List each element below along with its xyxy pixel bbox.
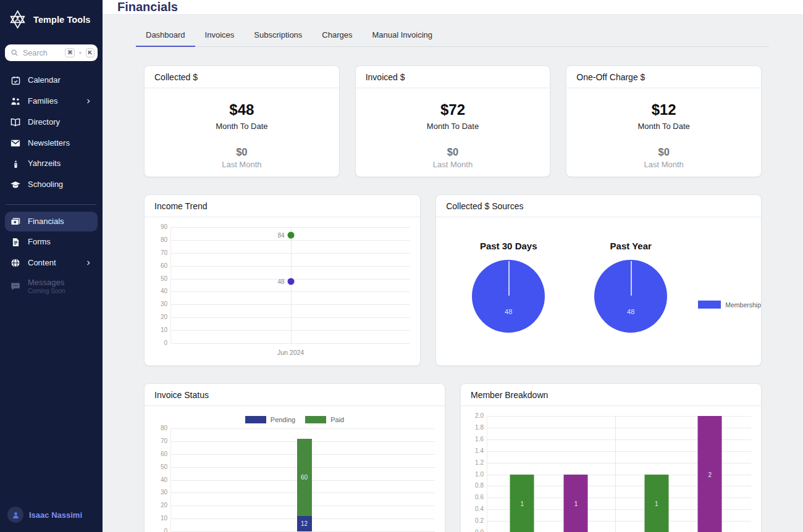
legend-swatch	[305, 416, 326, 423]
chart-title: Invoice Status	[145, 384, 445, 406]
income-trend-card: Income Trend 90807060504030201008448Jun …	[144, 194, 421, 366]
sidebar-item-label-wrap: Newsletters	[28, 139, 70, 148]
sidebar-item-families[interactable]: Families	[5, 91, 98, 111]
sidebar-item-label-wrap: MessagesComing Soon	[28, 278, 65, 294]
page-header: Financials	[103, 0, 803, 15]
chart-legend: PendingPaid	[154, 416, 435, 423]
y-axis-tick: 50	[151, 463, 167, 470]
bar: 1	[564, 475, 588, 532]
sidebar-item-label-wrap: Families	[28, 97, 57, 106]
pie-slice-value: 48	[627, 308, 634, 315]
y-axis-tick: 70	[151, 249, 167, 256]
sidebar-item-yahrzeits[interactable]: Yahrzeits	[5, 154, 98, 173]
sidebar-item-calendar[interactable]: Calendar	[5, 71, 98, 90]
tabs: DashboardInvoicesSubscriptionsChargesMan…	[136, 25, 769, 47]
bar-segment-pending: 12	[297, 516, 312, 531]
tab-charges[interactable]: Charges	[312, 25, 362, 47]
messages-icon	[10, 281, 21, 292]
bar-value-label: 1	[521, 500, 524, 507]
tab-manual-invoicing[interactable]: Manual Invoicing	[363, 25, 443, 47]
bar: 2	[698, 416, 722, 532]
y-axis-tick: 30	[151, 489, 167, 496]
stat-card-collected: Collected $$48Month To Date$0Last Month	[144, 65, 340, 177]
chart-title: Income Trend	[145, 195, 420, 217]
sidebar-item-content[interactable]: Content	[5, 253, 98, 273]
y-axis-tick: 0.8	[468, 482, 484, 489]
bar-value-label: 1	[574, 500, 578, 507]
sidebar-item-financials[interactable]: Financials	[5, 212, 98, 231]
sidebar-item-label: Forms	[28, 238, 51, 247]
pie-slice-value: 48	[505, 308, 512, 315]
stat-primary-label: Month To Date	[145, 122, 339, 131]
gridline	[171, 343, 410, 344]
chart-title: Member Breakdown	[461, 384, 761, 406]
sidebar-item-label-wrap: Yahrzeits	[28, 159, 61, 168]
y-axis-tick: 1.0	[468, 471, 484, 478]
search-box[interactable]: ⌘ + K	[5, 44, 98, 61]
y-axis-tick: 20	[151, 502, 167, 509]
brand-name: Temple Tools	[33, 15, 91, 25]
y-axis-tick: 60	[151, 262, 167, 269]
tab-dashboard[interactable]: Dashboard	[136, 25, 195, 47]
y-axis-tick: 10	[151, 326, 167, 333]
sidebar-item-forms[interactable]: Forms	[5, 233, 98, 252]
sidebar-divider	[6, 204, 96, 205]
sidebar-item-schooling[interactable]: Schooling	[5, 175, 98, 195]
y-axis-tick: 0.2	[468, 517, 484, 524]
bar-segment-paid: 60	[297, 439, 312, 516]
y-axis-tick: 40	[151, 476, 167, 483]
stat-card-one-off-charge: One-Off Charge $$12Month To Date$0Last M…	[566, 65, 762, 177]
stat-primary-value: $72	[356, 101, 550, 118]
tab-subscriptions[interactable]: Subscriptions	[244, 25, 312, 47]
forms-icon	[10, 237, 21, 247]
y-axis-tick: 0	[151, 528, 167, 532]
bar: 1	[510, 475, 534, 532]
stat-card-title: Collected $	[145, 66, 339, 88]
member-breakdown-card: Member Breakdown 2.01.81.61.41.21.00.80.…	[460, 383, 762, 532]
legend-label: Membership	[725, 301, 761, 309]
calendar-icon	[10, 75, 21, 86]
stat-card-body: $48Month To Date$0Last Month	[145, 88, 339, 169]
sidebar-item-label-wrap: Schooling	[28, 180, 63, 189]
main-area: Financials DashboardInvoicesSubscription…	[103, 0, 803, 532]
chart-title: Collected $ Sources	[436, 195, 761, 217]
k-key-badge: K	[86, 48, 95, 57]
charts-row-1: Income Trend 90807060504030201008448Jun …	[144, 194, 762, 366]
charts-row-2: Invoice Status PendingPaid80706050403020…	[144, 383, 762, 532]
pie-past-year: Past Year48	[576, 241, 686, 333]
cmd-key-badge: ⌘	[65, 48, 75, 57]
stat-primary-label: Month To Date	[566, 122, 761, 131]
search-input[interactable]	[23, 49, 61, 57]
y-axis-tick: 20	[151, 314, 167, 320]
pie-slice-divider	[631, 261, 632, 296]
scatter-point-label: 48	[277, 278, 290, 285]
sidebar-item-label: Financials	[28, 217, 64, 227]
bar-value-label: 2	[708, 471, 712, 478]
sidebar-item-label: Calendar	[28, 76, 61, 85]
sidebar-item-messages: MessagesComing Soon	[5, 274, 98, 299]
y-axis-tick: 1.6	[468, 436, 484, 443]
y-axis-tick: 2.0	[468, 412, 484, 419]
y-axis-tick: 1.4	[468, 447, 484, 454]
legend-swatch	[698, 301, 721, 309]
sidebar-item-newsletters[interactable]: Newsletters	[5, 133, 98, 153]
user-menu[interactable]: Isaac Nassimi	[0, 498, 103, 532]
pie-slice-divider	[508, 261, 510, 296]
x-axis-tick: Jun 2024	[277, 349, 304, 356]
sidebar-item-label: Schooling	[28, 180, 63, 189]
chevron-right-icon	[84, 259, 93, 267]
user-name: Isaac Nassimi	[29, 510, 82, 520]
sidebar-item-label: Messages	[28, 278, 65, 288]
sidebar-item-label-wrap: Forms	[28, 238, 51, 247]
yahrzeits-icon	[10, 159, 21, 169]
sidebar-item-label-wrap: Financials	[28, 217, 64, 227]
sidebar-item-directory[interactable]: Directory	[5, 112, 98, 132]
collected-sources-card: Collected $ Sources Past 30 Days48Past Y…	[435, 194, 762, 366]
invoice-status-chart: PendingPaid807060504030201006012	[145, 406, 445, 532]
sidebar-item-label-wrap: Directory	[28, 118, 60, 127]
stat-card-title: One-Off Charge $	[566, 66, 761, 88]
plot-area: 807060504030201006012	[170, 428, 435, 531]
tab-invoices[interactable]: Invoices	[195, 25, 245, 47]
income-trend-chart: 90807060504030201008448Jun 2024	[145, 217, 420, 348]
stacked-bar: 6012	[297, 439, 312, 531]
